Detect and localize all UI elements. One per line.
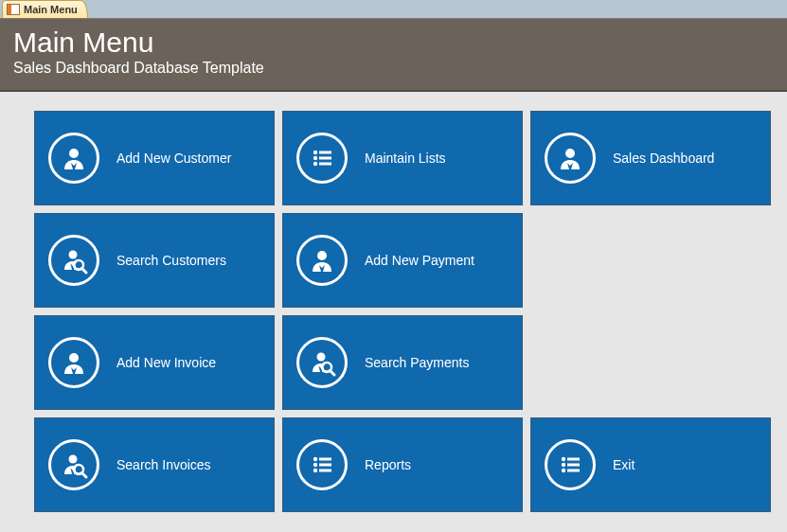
page-subtitle: Sales Dashboard Database Template [13, 60, 774, 77]
tile-label: Add New Customer [116, 151, 231, 166]
add-new-customer-tile[interactable]: Add New Customer [34, 111, 275, 205]
tile-label: Reports [365, 457, 411, 472]
person-icon [48, 133, 99, 184]
list-icon [545, 439, 596, 490]
tab-main-menu[interactable]: Main Menu [2, 0, 88, 18]
tab-label: Main Menu [24, 4, 78, 15]
list-icon [296, 133, 348, 184]
tile-label: Search Invoices [116, 457, 211, 472]
exit-tile[interactable]: Exit [530, 417, 771, 512]
tile-label: Maintain Lists [365, 151, 446, 166]
tile-label: Add New Payment [365, 253, 474, 268]
tile-label: Exit [613, 457, 635, 472]
content-area: Add New CustomerMaintain ListsSales Dash… [0, 92, 787, 531]
person-search-icon [296, 337, 348, 388]
reports-tile[interactable]: Reports [282, 417, 523, 512]
add-new-invoice-tile[interactable]: Add New Invoice [34, 315, 275, 410]
search-payments-tile[interactable]: Search Payments [282, 315, 523, 410]
page-title: Main Menu [13, 27, 774, 58]
add-new-payment-tile[interactable]: Add New Payment [282, 213, 523, 308]
person-icon [48, 337, 99, 388]
search-invoices-tile[interactable]: Search Invoices [34, 417, 275, 512]
tile-label: Search Payments [365, 355, 470, 370]
person-search-icon [48, 235, 99, 286]
sales-dashboard-tile[interactable]: Sales Dashboard [530, 111, 771, 205]
form-icon [7, 4, 20, 15]
tile-label: Sales Dashboard [613, 151, 714, 166]
tile-grid: Add New CustomerMaintain ListsSales Dash… [34, 111, 753, 512]
maintain-lists-tile[interactable]: Maintain Lists [282, 111, 523, 205]
person-search-icon [48, 439, 99, 490]
search-customers-tile[interactable]: Search Customers [34, 213, 275, 308]
tile-label: Add New Invoice [116, 355, 216, 370]
list-icon [296, 439, 348, 490]
person-icon [296, 235, 348, 286]
tab-bar: Main Menu [0, 0, 787, 19]
tile-label: Search Customers [116, 253, 226, 268]
page-header: Main Menu Sales Dashboard Database Templ… [0, 19, 787, 92]
person-icon [545, 133, 596, 184]
